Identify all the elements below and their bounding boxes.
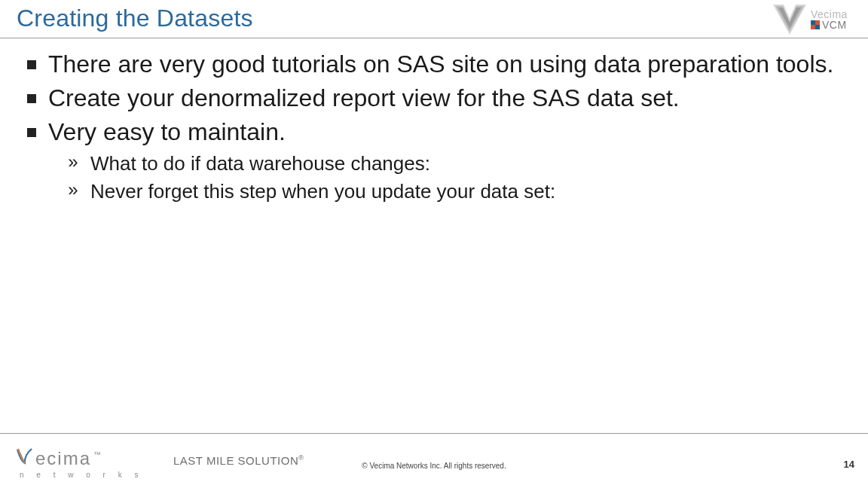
- logo-line1: Vecima: [811, 9, 848, 20]
- footer: ecima ™ n e t w o r k s LAST MILE SOLUTI…: [0, 435, 868, 488]
- v-swoosh-icon: [17, 448, 33, 465]
- bullet-item: Very easy to maintain.: [27, 117, 838, 147]
- sub-bullet-group: » What to do if data warehouse changes: …: [66, 151, 838, 203]
- tagline-text: LAST MILE SOLUTION: [173, 454, 298, 467]
- logo-line2: VCM: [811, 20, 848, 30]
- slide-title: Creating the Datasets: [17, 5, 868, 32]
- header-divider: [0, 38, 868, 38]
- brand-subtext: n e t w o r k s: [20, 471, 143, 479]
- raquo-bullet-icon: »: [66, 179, 80, 200]
- header: Creating the Datasets: [17, 5, 868, 32]
- copyright-text: © Vecima Networks Inc. All rights reserv…: [362, 462, 506, 470]
- square-bullet-icon: [27, 60, 36, 69]
- bullet-text: Create your denormalized report view for…: [48, 84, 680, 113]
- body: There are very good tutorials on SAS sit…: [27, 48, 838, 206]
- four-square-icon: [811, 20, 820, 29]
- logo-line2-text: VCM: [822, 20, 847, 30]
- vecima-networks-logo: ecima ™ n e t w o r k s: [17, 448, 143, 479]
- logo-text: Vecima VCM: [811, 9, 848, 30]
- square-bullet-icon: [27, 128, 36, 137]
- sub-bullet-text: What to do if data warehouse changes:: [90, 151, 430, 176]
- sub-bullet-item: » What to do if data warehouse changes:: [66, 151, 838, 176]
- bullet-text: There are very good tutorials on SAS sit…: [48, 50, 833, 79]
- vecima-vcm-logo: Vecima VCM: [773, 3, 863, 36]
- registered-icon: ®: [298, 454, 304, 462]
- tagline: LAST MILE SOLUTION®: [173, 454, 304, 467]
- sub-bullet-text: Never forget this step when you update y…: [90, 179, 555, 204]
- slide: Creating the Datasets Vecima VCM There a…: [0, 0, 868, 488]
- logo-chevron-icon: [773, 5, 806, 35]
- trademark-icon: ™: [93, 450, 101, 459]
- square-bullet-icon: [27, 94, 36, 103]
- bullet-text: Very easy to maintain.: [48, 117, 286, 147]
- sub-bullet-item: » Never forget this step when you update…: [66, 179, 838, 204]
- brand-letters: ecima: [35, 448, 91, 469]
- bullet-item: Create your denormalized report view for…: [27, 84, 838, 113]
- raquo-bullet-icon: »: [66, 151, 80, 172]
- page-number: 14: [844, 459, 854, 470]
- footer-divider: [0, 433, 868, 434]
- vecima-wordmark: ecima ™: [17, 448, 99, 469]
- bullet-item: There are very good tutorials on SAS sit…: [27, 50, 838, 79]
